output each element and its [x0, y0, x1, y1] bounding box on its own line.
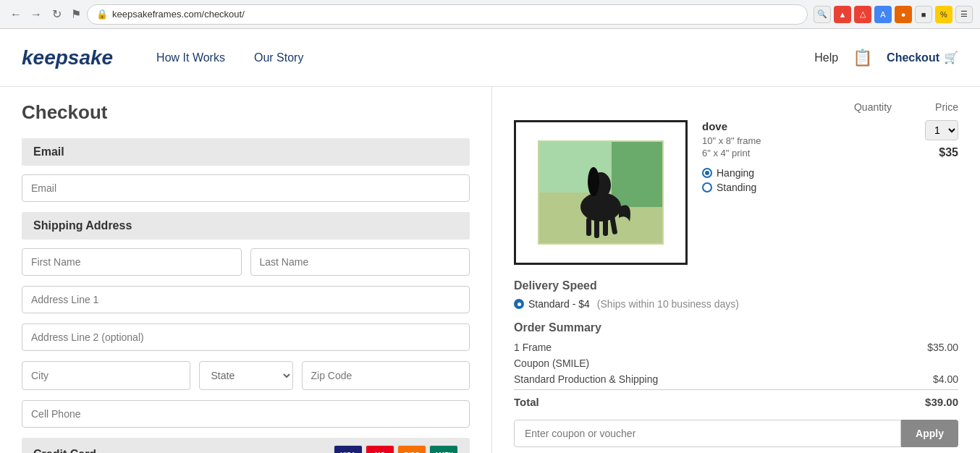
- state-select[interactable]: State Alabama Alaska California New York…: [199, 361, 293, 390]
- phone-input[interactable]: [22, 400, 470, 428]
- standard-note: (Ships within 10 business days): [597, 298, 739, 310]
- address-line1-input[interactable]: [22, 286, 470, 313]
- checkout-label: Checkout: [887, 51, 939, 64]
- product-frame-size: 10" x 8" frame: [702, 135, 911, 146]
- firefox-icon[interactable]: ●: [895, 6, 912, 23]
- summary-row-coupon: Coupon (SMILE): [514, 357, 958, 369]
- address-line2-input[interactable]: [22, 323, 470, 351]
- hanging-label: Hanging: [717, 167, 754, 179]
- product-price: $35: [939, 146, 958, 159]
- coupon-row: Apply: [514, 420, 958, 447]
- reload-button[interactable]: ↻: [48, 6, 65, 23]
- product-row: dove 10" x 8" frame 6" x 4" print Hangin…: [514, 120, 958, 265]
- search-icon[interactable]: 🔍: [814, 6, 831, 23]
- product-image-inner: [532, 135, 669, 250]
- total-label: Total: [514, 396, 539, 408]
- email-input[interactable]: [22, 174, 470, 202]
- checkout-link[interactable]: Checkout 🛒: [887, 51, 958, 64]
- orientation-options: Hanging Standing: [702, 167, 911, 193]
- quantity-select[interactable]: 1 2 3: [925, 120, 958, 140]
- svg-rect-2: [612, 142, 662, 207]
- logo[interactable]: keepsake: [22, 46, 113, 69]
- browser-nav[interactable]: ← → ↻: [7, 6, 65, 23]
- browser-chrome: ← → ↻ ⚑ 🔒 🔍 ▲ △ A ● ■ % ☰: [0, 0, 980, 29]
- bookmark-icon[interactable]: ⚑: [71, 7, 81, 21]
- menu-icon[interactable]: ☰: [955, 6, 973, 23]
- frames-label: 1 Frame: [514, 342, 552, 353]
- orientation-hanging[interactable]: Hanging: [702, 167, 911, 179]
- amex-icon: AMEX: [429, 445, 458, 453]
- main-layout: Checkout Email Shipping Address: [0, 87, 980, 453]
- svg-point-6: [588, 167, 599, 196]
- email-field-group: [22, 174, 470, 202]
- address1-group: [22, 286, 470, 313]
- notes-icon[interactable]: 📋: [853, 48, 872, 67]
- forward-button[interactable]: →: [28, 6, 45, 23]
- translate-icon[interactable]: A: [874, 6, 892, 23]
- card-icons: VISA MC DISC AMEX: [334, 445, 458, 453]
- zip-input[interactable]: [302, 361, 470, 390]
- city-state-zip-row: State Alabama Alaska California New York…: [22, 361, 470, 390]
- extension-icon1[interactable]: ▲: [834, 6, 851, 23]
- delivery-section: Delivery Speed Standard - $4 (Ships with…: [514, 279, 958, 310]
- total-value: $39.00: [925, 396, 958, 408]
- url-input[interactable]: [112, 9, 798, 20]
- first-name-input[interactable]: [22, 248, 242, 276]
- right-column: Quantity Price: [492, 87, 980, 453]
- help-link[interactable]: Help: [814, 51, 838, 64]
- address2-group: [22, 323, 470, 351]
- last-name-input[interactable]: [250, 248, 470, 276]
- left-column: Checkout Email Shipping Address: [0, 87, 492, 453]
- nav-how-it-works[interactable]: How It Works: [156, 51, 225, 64]
- order-summary-title: Order Summary: [514, 321, 958, 334]
- summary-row-shipping: Standard Production & Shipping $4.00: [514, 373, 958, 385]
- product-name: dove: [702, 120, 911, 132]
- shipping-value: $4.00: [933, 373, 958, 385]
- shield-icon[interactable]: ■: [915, 6, 932, 23]
- apply-button[interactable]: Apply: [901, 420, 958, 447]
- main-nav: How It Works Our Story: [156, 51, 814, 64]
- coupon-input[interactable]: [514, 420, 901, 447]
- order-top-labels: Quantity Price: [514, 101, 958, 113]
- svg-rect-8: [594, 218, 599, 238]
- summary-row-frames: 1 Frame $35.00: [514, 342, 958, 353]
- lock-icon: 🔒: [96, 9, 108, 20]
- url-bar[interactable]: 🔒: [87, 4, 808, 25]
- phone-group: [22, 400, 470, 428]
- frames-value: $35.00: [927, 342, 958, 353]
- product-print-size: 6" x 4" print: [702, 148, 911, 158]
- order-summary: Order Summary 1 Frame $35.00 Coupon (SMI…: [514, 321, 958, 408]
- city-input[interactable]: [22, 361, 190, 390]
- back-button[interactable]: ←: [7, 6, 25, 23]
- visa-icon: VISA: [334, 445, 363, 453]
- coupon-icon[interactable]: %: [935, 6, 952, 23]
- header-right: Help 📋 Checkout 🛒: [814, 48, 958, 67]
- standard-radio[interactable]: [514, 299, 524, 309]
- shipping-label: Standard Production & Shipping: [514, 373, 658, 385]
- app: keepsake How It Works Our Story Help 📋 C…: [0, 29, 980, 453]
- svg-rect-7: [586, 218, 591, 236]
- quantity-label: Quantity: [854, 101, 892, 113]
- credit-card-header: Credit Card VISA MC DISC AMEX: [22, 438, 470, 453]
- standard-label: Standard - $4: [528, 298, 590, 310]
- svg-rect-9: [603, 218, 608, 236]
- hanging-radio[interactable]: [702, 168, 712, 178]
- page-title: Checkout: [22, 101, 470, 124]
- standing-radio[interactable]: [702, 182, 712, 192]
- product-image: [514, 120, 688, 265]
- delivery-title: Delivery Speed: [514, 279, 958, 292]
- summary-row-total: Total $39.00: [514, 389, 958, 408]
- product-right: 1 2 3 $35: [925, 120, 958, 159]
- price-label: Price: [935, 101, 958, 113]
- extension-icon2[interactable]: △: [854, 6, 871, 23]
- mastercard-icon: MC: [366, 445, 394, 453]
- orientation-standing[interactable]: Standing: [702, 182, 911, 193]
- nav-our-story[interactable]: Our Story: [254, 51, 303, 64]
- browser-actions: 🔍 ▲ △ A ● ■ % ☰: [814, 6, 973, 23]
- header: keepsake How It Works Our Story Help 📋 C…: [0, 29, 980, 87]
- coupon-label: Coupon (SMILE): [514, 357, 589, 369]
- shipping-section-header: Shipping Address: [22, 212, 470, 240]
- name-row: [22, 248, 470, 276]
- delivery-option-standard[interactable]: Standard - $4 (Ships within 10 business …: [514, 298, 958, 310]
- cart-icon: 🛒: [944, 51, 958, 64]
